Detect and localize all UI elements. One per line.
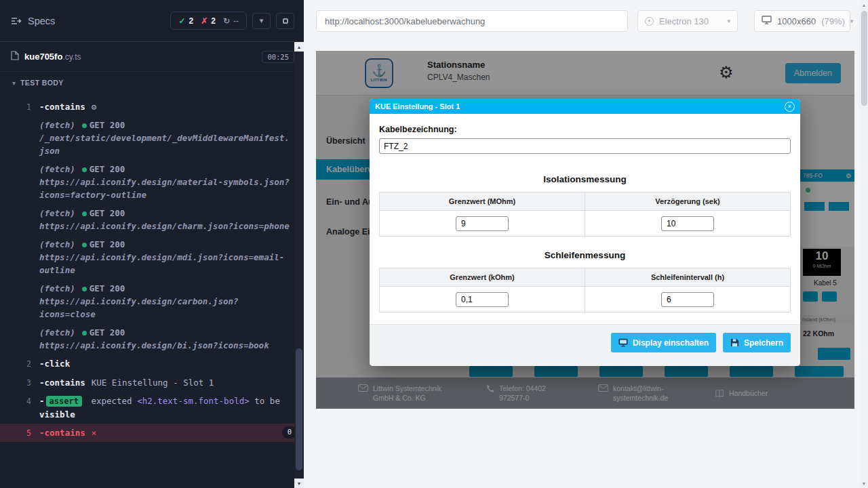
specs-toggle[interactable]: Specs bbox=[11, 16, 55, 26]
assert-row[interactable]: 4 -assert expected <h2.text-sm.font-bold… bbox=[0, 392, 304, 423]
viewport-select[interactable]: 1000x660 (79%) ▾ bbox=[754, 10, 850, 32]
fetch-status: GET 200 bbox=[90, 164, 125, 174]
kue-settings-modal: KUE Einstellung - Slot 1 × Kabelbezeichn… bbox=[370, 99, 800, 366]
viewport-size: 1000x660 bbox=[777, 16, 816, 26]
fetch-url: /_next/static/development/_devMiddleware… bbox=[39, 131, 294, 157]
fetch-status: GET 200 bbox=[90, 208, 125, 218]
failed-command-row[interactable]: 5 -contains× 0 bbox=[0, 424, 304, 442]
fetch-status: GET 200 bbox=[90, 283, 125, 293]
fetch-label: (fetch) bbox=[39, 208, 75, 218]
command-log: 1 -contains⚙ (fetch)GET 200 /_next/stati… bbox=[0, 94, 304, 442]
suite-row[interactable]: ▾ TEST BODY bbox=[0, 72, 304, 94]
iso-limit-input[interactable] bbox=[456, 216, 509, 231]
monitor-icon bbox=[762, 16, 772, 26]
modal-footer: Display einschalten Speichern bbox=[370, 324, 800, 366]
stat-failed: ✗2 bbox=[201, 16, 216, 26]
isolation-section-title: Isolationsmessung bbox=[379, 174, 791, 184]
fetch-log-row[interactable]: (fetch)GET 200 https://api.iconify.desig… bbox=[0, 204, 304, 235]
table-cell bbox=[380, 287, 585, 312]
fetch-url: https://api.iconify.design/mdi.json?icon… bbox=[39, 251, 294, 277]
runner-scrollbar[interactable]: ▲ ▼ bbox=[294, 42, 304, 488]
fetch-log-row[interactable]: (fetch)GET 200 /_next/static/development… bbox=[0, 116, 304, 160]
passed-icon: ✓ bbox=[178, 16, 185, 26]
col-header: Grenzwert (kOhm) bbox=[380, 268, 585, 287]
fetch-url: https://api.iconify.design/material-symb… bbox=[39, 176, 294, 201]
scroll-up-arrow[interactable]: ▲ bbox=[860, 0, 868, 9]
loop-table: Grenzwert (kOhm) Schleifenintervall (h) bbox=[379, 268, 791, 312]
loop-section-title: Schleifenmessung bbox=[379, 250, 791, 260]
fetch-label: (fetch) bbox=[39, 120, 75, 130]
stop-run-button[interactable] bbox=[276, 13, 294, 29]
assert-selector: <h2.text-sm.font-bold> bbox=[137, 396, 250, 406]
specs-label: Specs bbox=[28, 16, 55, 26]
command-method: contains bbox=[45, 378, 85, 388]
loop-interval-input[interactable] bbox=[661, 292, 714, 307]
close-icon[interactable]: × bbox=[785, 102, 795, 112]
fetch-log-row[interactable]: (fetch)GET 200 https://api.iconify.desig… bbox=[0, 160, 304, 204]
scroll-up-arrow[interactable]: ▲ bbox=[294, 42, 304, 52]
col-header: Verzögerung (sek) bbox=[585, 192, 791, 211]
command-method: click bbox=[45, 359, 71, 369]
command-row[interactable]: 2 -click bbox=[0, 354, 304, 373]
stat-pending: ↻-- bbox=[223, 16, 239, 26]
cable-name-label: Kabelbezeichnung: bbox=[379, 125, 791, 134]
fail-x-icon: × bbox=[92, 428, 97, 438]
command-row[interactable]: 3 -containsKUE Einstellung - Slot 1 bbox=[0, 373, 304, 392]
spec-extension: .cy.ts bbox=[62, 52, 81, 62]
fetch-log-row[interactable]: (fetch)GET 200 https://api.iconify.desig… bbox=[0, 235, 304, 279]
browser-label: Electron 130 bbox=[659, 16, 709, 26]
page-scrollbar[interactable]: ▲ ▼ bbox=[860, 0, 868, 488]
status-dot-icon bbox=[82, 243, 87, 247]
electron-icon bbox=[645, 17, 654, 26]
fetch-url: https://api.iconify.design/bi.json?icons… bbox=[39, 339, 294, 352]
col-header: Grenzwert (MOhm) bbox=[380, 192, 585, 211]
fetch-status: GET 200 bbox=[90, 120, 125, 130]
scrollbar-thumb[interactable] bbox=[296, 348, 302, 470]
cable-name-input[interactable] bbox=[379, 138, 791, 154]
isolation-table: Grenzwert (MOhm) Verzögerung (sek) bbox=[379, 192, 791, 237]
collapse-button[interactable]: ▾ bbox=[252, 13, 271, 29]
specs-menu-icon bbox=[11, 16, 22, 26]
failed-icon: ✗ bbox=[201, 16, 208, 26]
url-input[interactable] bbox=[316, 10, 628, 32]
runner-header: Specs ✓2 ✗2 ↻-- ▾ bbox=[0, 0, 304, 42]
col-header: Schleifenintervall (h) bbox=[585, 268, 791, 287]
spec-timer: 00:25 bbox=[262, 51, 294, 63]
chevron-down-icon: ▾ bbox=[12, 79, 16, 87]
status-dot-icon bbox=[82, 123, 87, 128]
status-dot-icon bbox=[82, 167, 87, 172]
save-floppy-icon bbox=[730, 338, 739, 347]
scroll-down-arrow[interactable]: ▼ bbox=[294, 479, 304, 488]
iso-delay-input[interactable] bbox=[661, 216, 714, 231]
scroll-down-arrow[interactable]: ▼ bbox=[860, 479, 868, 488]
test-stats: ✓2 ✗2 ↻-- bbox=[170, 12, 247, 30]
cypress-runner-panel: Specs ✓2 ✗2 ↻-- ▾ kue705fo .cy.ts 00:25 … bbox=[0, 0, 304, 488]
stat-passed: ✓2 bbox=[178, 16, 193, 26]
table-cell bbox=[585, 211, 791, 237]
save-button[interactable]: Speichern bbox=[723, 333, 791, 352]
display-icon bbox=[618, 338, 628, 347]
fetch-log-row[interactable]: (fetch)GET 200 https://api.iconify.desig… bbox=[0, 279, 304, 323]
scrollbar-thumb[interactable] bbox=[861, 11, 867, 106]
fetch-label: (fetch) bbox=[39, 283, 75, 293]
spec-name: kue705fo bbox=[24, 52, 62, 62]
chevron-down-icon: ▾ bbox=[727, 18, 730, 24]
fetch-label: (fetch) bbox=[39, 164, 75, 174]
loop-limit-input[interactable] bbox=[456, 292, 509, 307]
viewport-scale: (79%) bbox=[821, 16, 845, 26]
fetch-label: (fetch) bbox=[39, 239, 75, 249]
fetch-status: GET 200 bbox=[90, 327, 125, 338]
command-args: ⚙ bbox=[92, 102, 97, 112]
browser-select[interactable]: Electron 130 ▾ bbox=[637, 10, 738, 32]
fetch-label: (fetch) bbox=[39, 327, 75, 338]
fetch-log-row[interactable]: (fetch)GET 200 https://api.iconify.desig… bbox=[0, 323, 304, 354]
chevron-down-icon: ▾ bbox=[850, 18, 854, 24]
command-row[interactable]: 1 -contains⚙ bbox=[0, 98, 304, 116]
pending-icon: ↻ bbox=[223, 16, 230, 26]
fetch-url: https://api.iconify.design/carbon.json?i… bbox=[39, 295, 294, 321]
spec-file-row[interactable]: kue705fo .cy.ts 00:25 bbox=[0, 42, 304, 72]
fetch-status: GET 200 bbox=[90, 239, 125, 249]
display-on-button[interactable]: Display einschalten bbox=[611, 333, 716, 352]
modal-title: KUE Einstellung - Slot 1 bbox=[375, 102, 460, 110]
command-method: contains bbox=[45, 428, 85, 438]
